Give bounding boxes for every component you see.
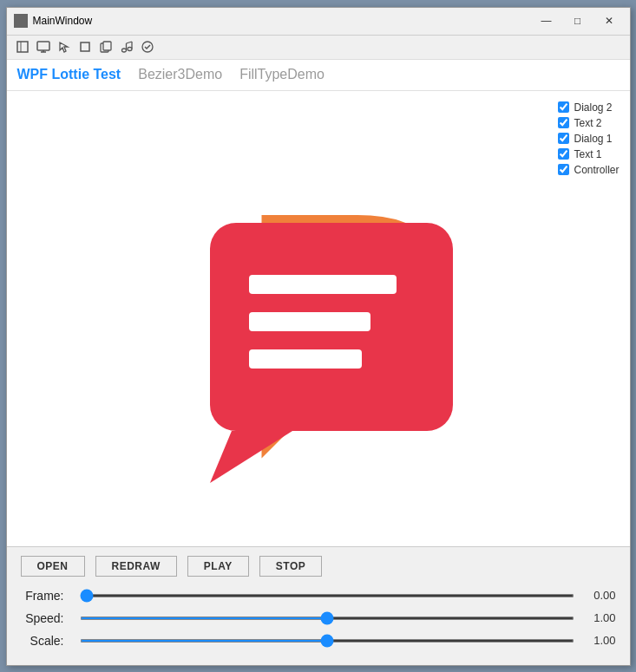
checkbox-text2-label: Text 2 <box>574 117 601 129</box>
menu-wpf-lottie-test[interactable]: WPF Lottie Test <box>17 63 121 86</box>
svg-rect-1 <box>16 18 25 20</box>
cursor-icon[interactable] <box>14 38 31 55</box>
square-icon[interactable] <box>76 38 94 55</box>
play-button[interactable]: PLAY <box>187 556 249 577</box>
copy-icon[interactable] <box>97 38 115 55</box>
scale-slider-row: Scale: 1.00 <box>21 634 616 648</box>
minimize-button[interactable]: — <box>533 12 561 29</box>
svg-rect-5 <box>37 42 49 50</box>
speed-label: Speed: <box>21 611 73 625</box>
control-buttons: OPEN REDRAW PLAY STOP <box>21 556 616 577</box>
frame-slider[interactable] <box>80 594 574 597</box>
svg-rect-11 <box>103 42 111 50</box>
checkbox-text1-label: Text 1 <box>574 148 601 160</box>
checkbox-controller-label: Controller <box>574 164 619 176</box>
checkbox-panel: Dialog 2 Text 2 Dialog 1 Text 1 Controll… <box>558 101 619 176</box>
scale-slider[interactable] <box>80 639 574 643</box>
checkbox-dialog2-input[interactable] <box>558 101 569 113</box>
speed-slider[interactable] <box>80 617 574 620</box>
music-icon[interactable] <box>118 38 135 55</box>
checkbox-controller: Controller <box>558 164 619 176</box>
scale-label: Scale: <box>21 634 73 648</box>
svg-point-12 <box>121 49 126 52</box>
checkbox-dialog1-label: Dialog 1 <box>574 133 612 145</box>
svg-rect-19 <box>249 275 397 294</box>
checkbox-dialog1-input[interactable] <box>558 133 569 144</box>
chat-illustration <box>162 153 475 483</box>
menu-bezier3demo[interactable]: Bezier3Demo <box>138 63 222 86</box>
window-controls: — □ ✕ <box>533 12 623 29</box>
svg-marker-8 <box>60 42 68 52</box>
checkbox-text1: Text 1 <box>558 148 619 160</box>
frame-slider-row: Frame: 0.00 <box>21 589 616 603</box>
open-button[interactable]: OPEN <box>21 556 85 577</box>
main-window: MainWindow — □ ✕ WPF Lottie T <box>6 7 631 666</box>
speed-value: 1.00 <box>581 611 616 624</box>
scale-value: 1.00 <box>581 634 616 647</box>
bottom-controls: OPEN REDRAW PLAY STOP Frame: 0.00 Speed:… <box>7 546 630 665</box>
toolbar <box>7 36 630 60</box>
frame-label: Frame: <box>21 589 73 603</box>
titlebar: MainWindow — □ ✕ <box>7 8 630 36</box>
monitor-icon[interactable] <box>35 38 52 55</box>
check-circle-icon[interactable] <box>139 38 156 55</box>
checkbox-controller-input[interactable] <box>558 164 569 175</box>
maximize-button[interactable]: □ <box>564 12 592 29</box>
menubar: WPF Lottie Test Bezier3Demo FillTypeDemo <box>7 60 630 91</box>
svg-rect-2 <box>16 22 23 23</box>
pointer-icon[interactable] <box>56 38 73 55</box>
svg-rect-0 <box>15 15 27 27</box>
stop-button[interactable]: STOP <box>259 556 322 577</box>
svg-line-14 <box>126 42 132 43</box>
checkbox-text2: Text 2 <box>558 117 619 129</box>
window-icon <box>14 14 28 28</box>
svg-rect-3 <box>17 42 28 52</box>
checkbox-text1-input[interactable] <box>558 148 569 160</box>
menu-filltypedemo[interactable]: FillTypeDemo <box>239 63 325 86</box>
checkbox-dialog2-label: Dialog 2 <box>574 101 612 114</box>
svg-rect-9 <box>81 42 89 51</box>
window-title: MainWindow <box>33 15 533 27</box>
speed-slider-row: Speed: 1.00 <box>21 611 616 625</box>
redraw-button[interactable]: REDRAW <box>95 556 177 577</box>
frame-value: 0.00 <box>581 589 616 602</box>
canvas-area <box>7 91 630 546</box>
checkbox-dialog2: Dialog 2 <box>558 101 619 114</box>
svg-rect-21 <box>249 349 362 369</box>
checkbox-text2-input[interactable] <box>558 117 569 128</box>
checkbox-dialog1: Dialog 1 <box>558 133 619 145</box>
svg-rect-20 <box>249 312 370 331</box>
svg-point-16 <box>128 48 132 51</box>
close-button[interactable]: ✕ <box>595 12 623 29</box>
main-content: Dialog 2 Text 2 Dialog 1 Text 1 Controll… <box>7 91 630 546</box>
